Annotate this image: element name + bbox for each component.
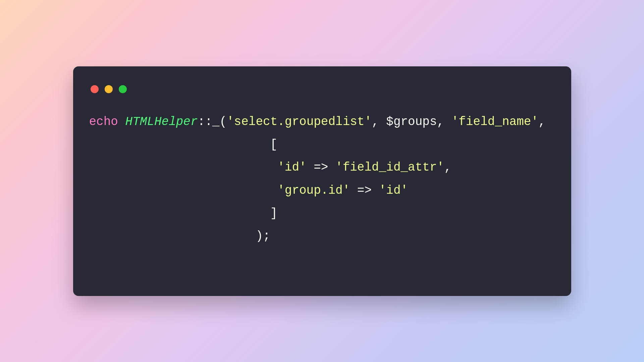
code-space	[350, 184, 357, 197]
code-comma: ,	[538, 115, 546, 129]
code-class-name: HTMLHelper	[125, 115, 198, 129]
traffic-lights	[91, 85, 555, 93]
code-indent	[89, 229, 256, 243]
code-string: 'id'	[277, 161, 306, 174]
code-indent	[89, 161, 278, 174]
code-bracket-open: [	[270, 138, 278, 152]
close-icon[interactable]	[91, 85, 99, 93]
code-semicolon: ;	[263, 229, 270, 243]
code-comma: ,	[437, 115, 444, 129]
code-window: echo HTMLHelper::_('select.groupedlist',…	[73, 66, 571, 296]
code-block: echo HTMLHelper::_('select.groupedlist',…	[89, 111, 555, 248]
code-indent	[89, 206, 270, 220]
code-indent	[89, 138, 270, 152]
code-variable: $groups	[386, 115, 437, 129]
minimize-icon[interactable]	[105, 85, 113, 93]
code-space	[328, 161, 335, 174]
code-string: 'field_name'	[451, 115, 538, 129]
code-string: 'group.id'	[277, 184, 350, 197]
code-space	[444, 115, 451, 129]
code-comma: ,	[444, 161, 451, 174]
code-string: 'select.groupedlist'	[227, 115, 372, 129]
code-space	[118, 115, 125, 129]
code-space	[307, 161, 314, 174]
code-keyword-echo: echo	[89, 115, 118, 129]
maximize-icon[interactable]	[119, 85, 127, 93]
code-indent	[89, 184, 278, 197]
code-string: 'field_id_attr'	[335, 161, 444, 174]
code-scope-op: ::	[198, 115, 212, 129]
code-bracket-close: ]	[270, 206, 278, 220]
code-arrow: =>	[314, 161, 328, 174]
code-fn-name: _	[212, 115, 220, 129]
code-space	[379, 115, 386, 129]
code-paren-open: (	[219, 115, 227, 129]
code-string: 'id'	[379, 184, 408, 197]
code-paren-close: )	[256, 229, 263, 243]
code-comma: ,	[372, 115, 379, 129]
code-arrow: =>	[357, 184, 372, 197]
code-space	[372, 184, 379, 197]
